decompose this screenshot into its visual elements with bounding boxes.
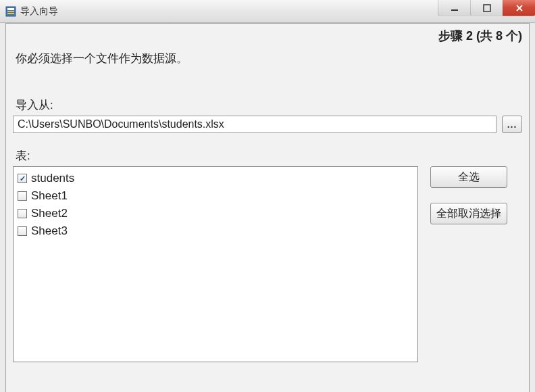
tables-label: 表: — [13, 148, 522, 164]
step-indicator: 步骤 2 (共 8 个) — [13, 28, 522, 44]
table-checkbox[interactable] — [18, 209, 27, 218]
svg-rect-5 — [484, 5, 490, 11]
svg-rect-2 — [7, 11, 14, 12]
file-path-input[interactable] — [13, 116, 496, 133]
window-controls — [438, 0, 535, 16]
maximize-icon — [483, 4, 491, 12]
import-from-label: 导入从: — [13, 97, 522, 113]
side-buttons: 全选 全部取消选择 — [430, 166, 507, 362]
table-row[interactable]: Sheet2 — [18, 205, 413, 222]
select-all-button[interactable]: 全选 — [430, 166, 507, 188]
tables-list[interactable]: studentsSheet1Sheet2Sheet3 — [13, 166, 418, 362]
import-wizard-window: 导入向导 步骤 2 (共 8 个) 你必须选择一个文件作为数据源。 — [0, 0, 535, 392]
table-name: students — [31, 172, 74, 185]
svg-rect-1 — [7, 8, 14, 10]
maximize-button[interactable] — [470, 0, 503, 16]
table-name: Sheet1 — [31, 189, 68, 203]
table-name: Sheet2 — [31, 207, 68, 220]
deselect-all-button[interactable]: 全部取消选择 — [430, 203, 507, 224]
close-icon — [515, 4, 524, 12]
table-checkbox[interactable] — [18, 226, 27, 236]
minimize-button[interactable] — [438, 0, 470, 16]
window-title: 导入向导 — [20, 5, 58, 18]
browse-button[interactable]: ... — [502, 116, 522, 133]
app-icon — [5, 6, 16, 17]
table-row[interactable]: Sheet1 — [18, 187, 413, 205]
table-row[interactable]: Sheet3 — [18, 222, 413, 240]
close-button[interactable] — [503, 0, 535, 16]
table-checkbox[interactable] — [18, 174, 27, 183]
svg-rect-4 — [451, 9, 458, 11]
table-name: Sheet3 — [31, 224, 68, 238]
table-checkbox[interactable] — [18, 191, 27, 201]
svg-rect-3 — [7, 13, 14, 14]
content-area: 步骤 2 (共 8 个) 你必须选择一个文件作为数据源。 导入从: ... 表:… — [5, 23, 530, 392]
tables-row: studentsSheet1Sheet2Sheet3 全选 全部取消选择 — [13, 166, 522, 362]
table-row[interactable]: students — [18, 170, 413, 187]
minimize-icon — [451, 4, 459, 12]
instruction-text: 你必须选择一个文件作为数据源。 — [13, 51, 522, 66]
file-row: ... — [13, 116, 522, 133]
titlebar: 导入向导 — [0, 0, 535, 23]
